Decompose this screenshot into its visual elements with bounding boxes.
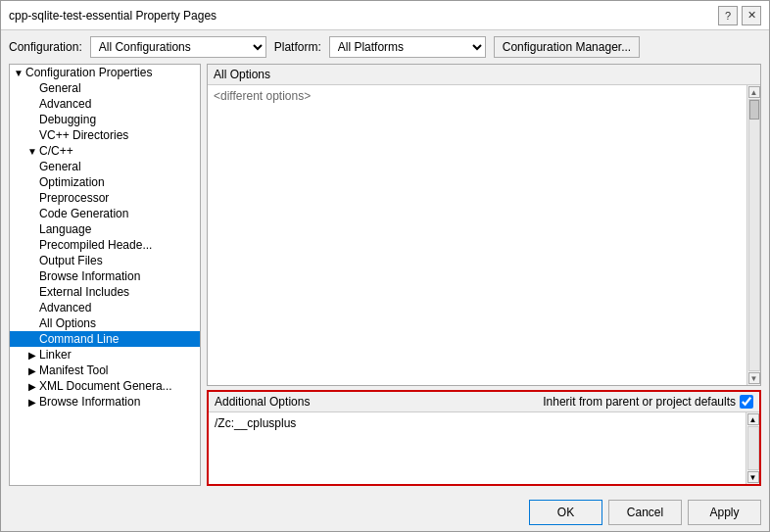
expand-icon: ▶ <box>25 363 39 377</box>
tree-item-label: Output Files <box>39 254 103 267</box>
tree-item-browse-information[interactable]: ▶ Browse Information <box>10 394 200 410</box>
tree-item-label: Linker <box>39 348 72 362</box>
additional-options-scrollbar[interactable]: ▲ ▼ <box>746 412 759 484</box>
tree-item-label: Configuration Properties <box>25 66 152 79</box>
tree-item-debugging[interactable]: Debugging <box>10 112 200 127</box>
tree-item-cpp-code-generation[interactable]: Code Generation <box>10 206 200 221</box>
bottom-buttons: OK Cancel Apply <box>1 494 769 531</box>
title-bar-controls: ? ✕ <box>718 6 761 25</box>
expand-icon <box>25 113 39 126</box>
expand-icon: ▼ <box>25 144 39 158</box>
inherit-checkbox-row: Inherit from parent or project defaults <box>543 395 753 409</box>
scroll-down-btn[interactable]: ▼ <box>748 372 760 384</box>
tree-item-label: Preprocessor <box>39 191 109 205</box>
expand-icon: ▼ <box>12 66 25 79</box>
expand-icon <box>25 128 39 142</box>
tree-item-advanced[interactable]: Advanced <box>10 96 200 112</box>
tree-item-cpp-output-files[interactable]: Output Files <box>10 253 200 268</box>
scroll-track <box>748 99 760 371</box>
title-bar: cpp-sqlite-test-essential Property Pages… <box>1 1 769 30</box>
expand-icon: ▶ <box>25 348 39 362</box>
tree-item-label: General <box>39 160 81 173</box>
configuration-select[interactable]: All Configurations <box>90 36 266 58</box>
tree-item-cpp-optimization[interactable]: Optimization <box>10 174 200 190</box>
tree-item-label: External Includes <box>39 285 129 299</box>
tree-item-vc-directories[interactable]: VC++ Directories <box>10 127 200 143</box>
tree-item-linker[interactable]: ▶ Linker <box>10 347 200 363</box>
additional-options-textarea[interactable]: /Zc:__cplusplus <box>209 412 746 481</box>
scroll-up-btn[interactable]: ▲ <box>747 413 759 425</box>
all-options-scrollbar[interactable]: ▲ ▼ <box>746 85 760 385</box>
tree-item-xml-document[interactable]: ▶ XML Document Genera... <box>10 378 200 394</box>
inherit-checkbox[interactable] <box>740 395 753 409</box>
tree-item-general[interactable]: General <box>10 80 200 96</box>
tree-item-cpp-external-includes[interactable]: External Includes <box>10 284 200 300</box>
expand-icon: ▶ <box>25 379 39 393</box>
configuration-label: Configuration: <box>9 40 82 54</box>
tree-item-cpp-preprocessor[interactable]: Preprocessor <box>10 190 200 206</box>
platform-label: Platform: <box>274 40 321 54</box>
inherit-label: Inherit from parent or project defaults <box>543 395 736 409</box>
tree-item-label: XML Document Genera... <box>39 379 172 393</box>
tree-item-label: Language <box>39 222 91 236</box>
tree-item-label: Command Line <box>39 332 119 346</box>
tree-item-label: Debugging <box>39 113 96 126</box>
property-pages-dialog: cpp-sqlite-test-essential Property Pages… <box>0 0 770 532</box>
config-row: Configuration: All Configurations Platfo… <box>1 30 769 64</box>
all-options-section: All Options <different options> ▲ ▼ <box>207 64 761 386</box>
tree-item-label: Manifest Tool <box>39 363 108 377</box>
all-options-header: All Options <box>208 65 760 85</box>
scroll-thumb[interactable] <box>749 100 759 120</box>
tree-item-cpp-general[interactable]: General <box>10 159 200 174</box>
scroll-down-btn[interactable]: ▼ <box>747 471 759 483</box>
tree-item-cpp-precompiled-headers[interactable]: Precompiled Heade... <box>10 237 200 253</box>
tree-item-label: All Options <box>39 316 96 330</box>
tree-item-label: Browse Information <box>39 269 140 283</box>
tree-item-cpp-browse-info[interactable]: Browse Information <box>10 268 200 284</box>
scroll-up-btn[interactable]: ▲ <box>748 86 760 98</box>
tree-item-label: C/C++ <box>39 144 73 158</box>
all-options-content: <different options> ▲ ▼ <box>208 85 760 385</box>
apply-button[interactable]: Apply <box>688 500 761 525</box>
tree-item-cpp[interactable]: ▼ C/C++ <box>10 143 200 159</box>
additional-options-section: Additional Options Inherit from parent o… <box>207 390 761 486</box>
close-button[interactable]: ✕ <box>742 6 761 25</box>
tree-item-manifest-tool[interactable]: ▶ Manifest Tool <box>10 363 200 378</box>
ok-button[interactable]: OK <box>529 500 602 525</box>
additional-options-header-row: Additional Options Inherit from parent o… <box>209 392 759 412</box>
tree-item-label: Optimization <box>39 175 105 189</box>
right-panel: All Options <different options> ▲ ▼ Addi… <box>207 64 761 486</box>
scroll-track <box>747 426 759 470</box>
tree-item-label: Advanced <box>39 97 91 111</box>
configuration-manager-button[interactable]: Configuration Manager... <box>494 36 640 58</box>
additional-options-input-area: /Zc:__cplusplus ▲ ▼ <box>209 412 759 484</box>
expand-icon: ▶ <box>25 395 39 409</box>
cancel-button[interactable]: Cancel <box>608 500 682 525</box>
tree-panel: ▼ Configuration Properties General Advan… <box>9 64 201 486</box>
tree-item-label: Precompiled Heade... <box>39 238 152 252</box>
additional-options-header: Additional Options <box>215 395 310 409</box>
expand-icon <box>25 97 39 111</box>
expand-icon <box>25 81 39 95</box>
tree-item-cpp-command-line[interactable]: Command Line <box>10 331 200 347</box>
tree-item-configuration-properties[interactable]: ▼ Configuration Properties <box>10 65 200 80</box>
help-button[interactable]: ? <box>718 6 738 25</box>
main-content: ▼ Configuration Properties General Advan… <box>1 64 769 494</box>
tree-item-cpp-all-options[interactable]: All Options <box>10 315 200 331</box>
tree-item-cpp-advanced[interactable]: Advanced <box>10 300 200 315</box>
platform-select[interactable]: All Platforms <box>329 36 486 58</box>
tree-item-label: Code Generation <box>39 207 128 220</box>
tree-item-label: Advanced <box>39 301 91 314</box>
tree-item-cpp-language[interactable]: Language <box>10 221 200 237</box>
tree-item-label: VC++ Directories <box>39 128 128 142</box>
dialog-title: cpp-sqlite-test-essential Property Pages <box>9 9 217 23</box>
all-options-placeholder: <different options> <box>214 89 311 103</box>
tree-item-label: Browse Information <box>39 395 140 409</box>
tree-item-label: General <box>39 81 81 95</box>
